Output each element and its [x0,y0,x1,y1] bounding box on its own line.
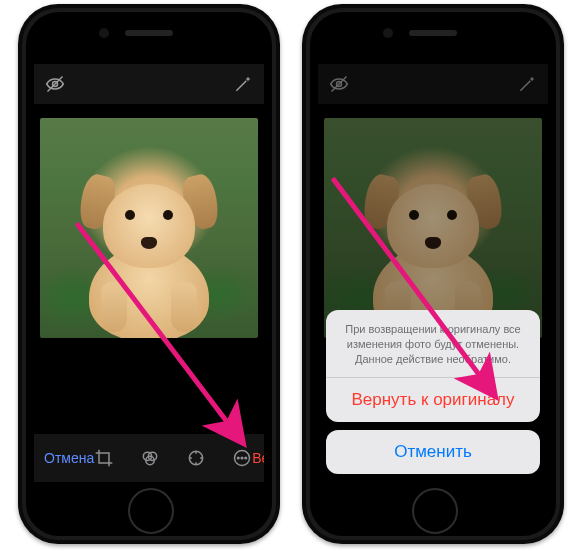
phone-front-camera [383,28,393,38]
action-sheet-cancel-button[interactable]: Отменить [326,430,540,474]
revert-button[interactable]: Вернуть [252,450,264,466]
phone-left: Отмена [18,4,280,544]
puppy-head [103,184,195,268]
action-sheet-cancel-card: Отменить [326,430,540,474]
revert-to-original-button[interactable]: Вернуть к оригиналу [326,378,540,422]
magic-wand-icon[interactable] [232,74,254,94]
screen-photo-editor-sheet: При возвращении к оригиналу все изменени… [318,64,548,482]
puppy-leg [101,282,127,332]
photo-preview[interactable] [40,118,258,338]
home-button[interactable] [412,488,458,534]
home-button[interactable] [128,488,174,534]
action-sheet-card: При возвращении к оригиналу все изменени… [326,310,540,422]
adjust-icon[interactable] [186,448,206,468]
filters-icon[interactable] [140,448,160,468]
screen-photo-editor: Отмена [34,64,264,482]
puppy-leg [171,282,197,332]
svg-point-13 [245,457,247,459]
svg-point-12 [241,457,243,459]
editor-bottombar: Отмена [34,434,264,482]
phone-speaker [409,30,457,36]
phone-speaker [125,30,173,36]
tool-icons [94,448,252,468]
phone-front-camera [99,28,109,38]
action-sheet-message: При возвращении к оригиналу все изменени… [326,310,540,378]
cancel-button[interactable]: Отмена [44,450,94,466]
action-sheet: При возвращении к оригиналу все изменени… [326,310,540,474]
more-icon[interactable] [232,448,252,468]
puppy-nose [141,237,157,249]
editor-topbar [34,64,264,104]
phone-right: При возвращении к оригиналу все изменени… [302,4,564,544]
eye-off-icon[interactable] [44,74,66,94]
crop-icon[interactable] [94,448,114,468]
svg-point-11 [238,457,240,459]
tutorial-two-phones: Отмена [0,0,580,551]
